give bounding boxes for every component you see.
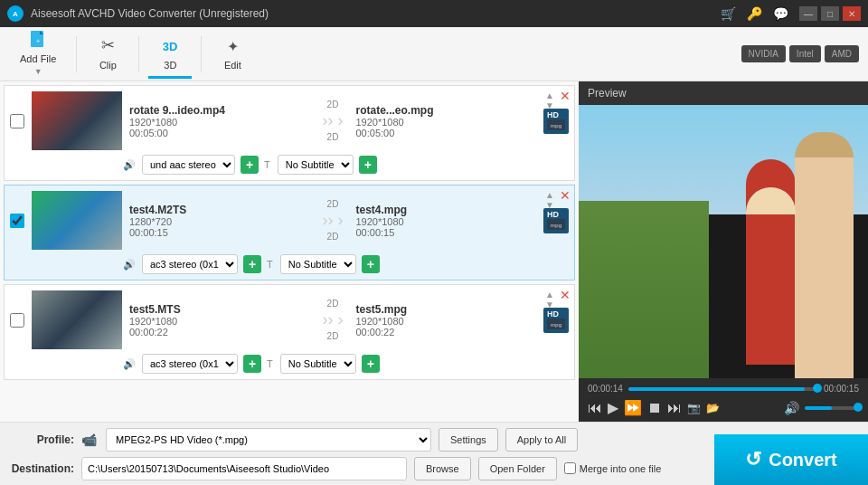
hd-badge: HD mpg [543, 109, 569, 134]
file-item-bottom: 🔊 und aac stereo + T No Subtitle + [122, 155, 569, 175]
cart-icon[interactable]: 🛒 [721, 6, 736, 21]
volume-icon: 🔊 [784, 401, 799, 415]
file-checkbox[interactable] [10, 114, 24, 128]
input-duration: 00:05:00 [129, 128, 310, 138]
3d-button[interactable]: 3D 3D [148, 30, 192, 79]
scroll-down-btn[interactable]: ▼ [545, 201, 554, 210]
open-folder-button[interactable]: Open Folder [478, 457, 557, 480]
hd-text: HD [547, 110, 559, 119]
camera-button[interactable]: 📷 [687, 402, 701, 414]
mode-out-label: 2D [327, 132, 339, 142]
arrow-symbols: ›› › [323, 211, 344, 230]
audio-icon: 🔊 [122, 157, 137, 172]
convert-icon: ↺ [745, 448, 761, 471]
scroll-controls: ▲ ▼ [545, 91, 554, 110]
audio-select[interactable]: ac3 stereo (0x1 [142, 354, 238, 374]
play-button[interactable]: ▶ [608, 399, 618, 416]
nvidia-button[interactable]: NVIDIA [741, 45, 786, 62]
toolbar-sep-1 [76, 36, 77, 72]
input-filename: test4.M2TS [129, 204, 310, 216]
file-checkbox[interactable] [10, 313, 24, 328]
minimize-button[interactable]: — [799, 6, 817, 21]
subtitle-select[interactable]: No Subtitle [278, 155, 354, 175]
add-file-button[interactable]: + Add File ▼ [9, 24, 67, 84]
merge-checkbox[interactable] [564, 462, 576, 474]
clip-label: Clip [99, 60, 117, 71]
svg-text:🔊: 🔊 [123, 158, 136, 171]
progress-bar[interactable] [628, 387, 818, 391]
audio-select[interactable]: ac3 stereo (0x1 [142, 254, 238, 274]
add-subtitle-button[interactable]: + [362, 255, 380, 273]
preview-label: Preview [579, 81, 868, 105]
file-item-bottom: 🔊 ac3 stereo (0x1 + T No Subtitle + [122, 354, 569, 374]
add-file-icon: + [27, 29, 49, 51]
apply-all-button[interactable]: Apply to All [505, 428, 578, 452]
intel-button[interactable]: Intel [789, 45, 821, 62]
file-output-info: test5.mpg 1920*1080 00:00:22 [356, 303, 537, 338]
remove-file-button[interactable]: ✕ [560, 189, 571, 202]
scroll-up-btn[interactable]: ▲ [545, 191, 554, 200]
scroll-down-btn[interactable]: ▼ [545, 300, 554, 309]
key-icon[interactable]: 🔑 [747, 6, 762, 21]
add-audio-button[interactable]: + [243, 355, 261, 373]
convert-arrow: 2D ›› › 2D [317, 100, 349, 142]
chat-icon[interactable]: 💬 [773, 6, 788, 21]
amd-button[interactable]: AMD [825, 45, 859, 62]
audio-select[interactable]: und aac stereo [142, 155, 235, 175]
skip-back-button[interactable]: ⏮ [588, 400, 602, 416]
folder-open-button[interactable]: 📂 [706, 402, 720, 414]
scroll-up-btn[interactable]: ▲ [545, 290, 554, 300]
fast-forward-button[interactable]: ⏩ [624, 399, 642, 416]
stop-button[interactable]: ⏹ [647, 400, 662, 416]
merge-label: Merge into one file [580, 463, 662, 474]
file-input-info: test4.M2TS 1280*720 00:00:15 [129, 204, 310, 238]
audio-icon: 🔊 [122, 357, 137, 371]
audio-icon: 🔊 [122, 257, 137, 271]
file-item: ✕ ▲ ▼ rotate 9...ideo.mp4 1920*1080 00:0… [4, 85, 575, 181]
remove-file-button[interactable]: ✕ [560, 90, 571, 102]
profile-select[interactable]: MPEG2-PS HD Video (*.mpg) [106, 428, 431, 452]
output-dimensions: 1920*1080 [356, 117, 537, 128]
add-audio-button[interactable]: + [241, 156, 259, 174]
clip-icon: ✂ [97, 35, 118, 57]
output-duration: 00:00:22 [356, 327, 537, 338]
remove-file-button[interactable]: ✕ [560, 289, 571, 301]
input-filename: test5.MTS [129, 303, 310, 316]
settings-button[interactable]: Settings [439, 428, 498, 452]
subtitle-select[interactable]: No Subtitle [280, 354, 356, 374]
maximize-button[interactable]: □ [821, 6, 839, 21]
file-item-bottom: 🔊 ac3 stereo (0x1 + T No Subtitle + [122, 254, 569, 274]
skip-end-button[interactable]: ⏭ [667, 400, 682, 416]
file-item: ✕ ▲ ▼ test5.MTS 1920*1080 00:00:22 2D ››… [4, 284, 575, 380]
progress-fill [628, 387, 805, 391]
hd-badge-wrap: HD mpg [543, 308, 569, 333]
clip-button[interactable]: ✂ Clip [86, 30, 129, 79]
add-audio-button[interactable]: + [243, 255, 261, 273]
toolbar-sep-3 [201, 36, 202, 72]
add-subtitle-button[interactable]: + [362, 355, 380, 373]
preview-panel: Preview 00:00:14 00:00:15 [579, 81, 868, 422]
volume-bar[interactable] [805, 406, 859, 410]
file-output-info: rotate...eo.mpg 1920*1080 00:05:00 [356, 104, 537, 138]
subtitle-t-icon: T [267, 358, 273, 369]
add-subtitle-button[interactable]: + [359, 156, 377, 174]
file-checkbox[interactable] [10, 214, 24, 228]
file-thumbnail [32, 191, 122, 250]
gpu-buttons: NVIDIA Intel AMD [741, 45, 859, 62]
close-button[interactable]: ✕ [843, 6, 861, 21]
scroll-controls: ▲ ▼ [545, 290, 554, 309]
subtitle-select[interactable]: No Subtitle [280, 254, 356, 274]
volume-thumb [854, 403, 863, 412]
svg-text:🔊: 🔊 [123, 258, 136, 271]
edit-button[interactable]: ✦ Edit [211, 30, 254, 79]
file-item-top: test4.M2TS 1280*720 00:00:15 2D ›› › 2D … [10, 191, 569, 250]
file-item: ✕ ▲ ▼ test4.M2TS 1280*720 00:00:15 2D ››… [4, 185, 575, 281]
scroll-up-btn[interactable]: ▲ [545, 91, 554, 100]
convert-button[interactable]: ↺ Convert [714, 434, 868, 485]
preview-video [579, 105, 868, 378]
mode-in-label: 2D [327, 199, 339, 209]
mpg-icon: mpg [547, 219, 565, 230]
dest-input[interactable] [81, 457, 407, 480]
scroll-down-btn[interactable]: ▼ [545, 101, 554, 110]
browse-button[interactable]: Browse [414, 457, 471, 480]
